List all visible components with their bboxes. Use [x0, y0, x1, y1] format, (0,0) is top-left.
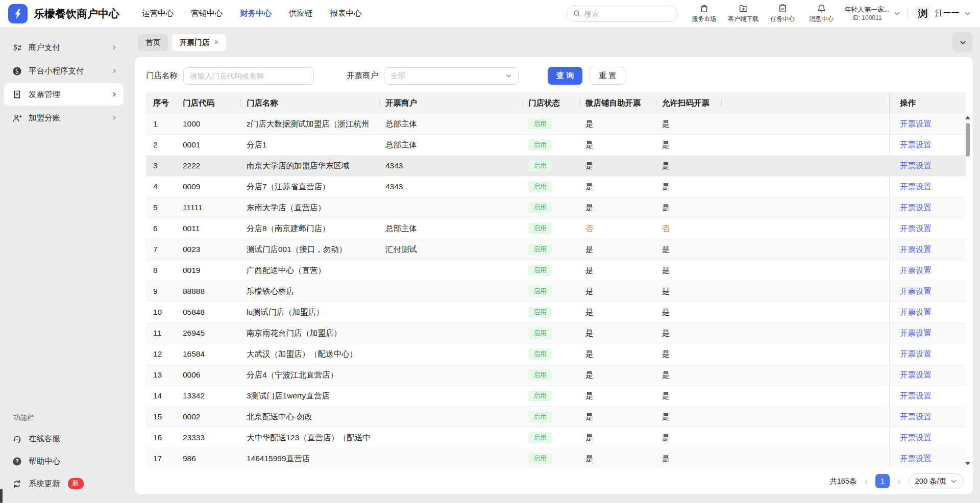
table-row[interactable]: 6 0011 分店8（南京建邺门店） 总部主体 启用 否 否 开票设置 — [146, 218, 966, 239]
message-center-link[interactable]: 消息中心 — [806, 4, 836, 23]
status-badge: 启用 — [528, 307, 552, 318]
cell-store-code: 0023 — [177, 239, 240, 260]
cell-wechat-self-invoice: 是 — [579, 177, 656, 197]
store-name-input[interactable] — [183, 67, 314, 85]
cell-index: 15 — [146, 407, 177, 427]
cell-invoice-merchant — [379, 386, 522, 406]
invoice-settings-link[interactable]: 开票设置 — [900, 412, 932, 422]
sidebar-item-invoice-management[interactable]: 发票管理 — [4, 83, 124, 106]
table-row[interactable]: 15 0002 北京配送中心-勿改 启用 是 是 开票设置 — [146, 407, 966, 427]
invoice-settings-link[interactable]: 开票设置 — [900, 328, 932, 339]
nav-supply-chain[interactable]: 供应链 — [289, 8, 313, 19]
nav-operations-center[interactable]: 运营中心 — [142, 8, 174, 19]
user-menu[interactable]: 浏 汪一一 — [915, 6, 971, 21]
invoice-settings-link[interactable]: 开票设置 — [900, 307, 932, 318]
invoice-merchant-select[interactable]: 全部 — [384, 67, 519, 85]
table-row[interactable]: 16 23333 大中华配送123（直营店）（配送中 启用 是 是 开票设 — [146, 427, 966, 448]
tab-invoice-stores[interactable]: 开票门店 × — [172, 34, 226, 51]
collapse-tabs-button[interactable] — [952, 32, 973, 53]
table-row[interactable]: 8 0019 广西配送中心（直营） 启用 是 是 开票设置 — [146, 260, 966, 281]
invoice-settings-link[interactable]: 开票设置 — [900, 433, 932, 443]
sidebar-item-franchise-ledger[interactable]: 加盟分账 — [4, 107, 124, 129]
task-center-link[interactable]: 任务中心 — [768, 4, 797, 23]
table-row[interactable]: 4 0009 分店7（江苏省直营店） 4343 启用 是 是 开票设置 — [146, 177, 966, 197]
quick-link-label: 服务市场 — [692, 15, 716, 23]
table-row[interactable]: 12 16584 大武汉（加盟店）（配送中心） 启用 是 是 开票设置 — [146, 344, 966, 365]
invoice-settings-link[interactable]: 开票设置 — [900, 286, 932, 297]
tool-item-label: 系统更新 — [29, 479, 60, 489]
search-input[interactable] — [584, 10, 671, 18]
nav-report-center[interactable]: 报表中心 — [330, 8, 362, 19]
invoice-settings-link[interactable]: 开票设置 — [900, 161, 932, 171]
invoice-settings-link[interactable]: 开票设置 — [900, 119, 932, 130]
sidebar-item-miniapp-payment[interactable]: 平台小程序支付 — [4, 60, 124, 82]
table-scrollbar[interactable] — [964, 115, 971, 466]
table-row[interactable]: 1 1000 z门店大数据测试加盟店（浙江杭州 总部主体 启用 是 是 开票 — [146, 114, 966, 135]
scroll-up-icon[interactable] — [965, 116, 970, 119]
cell-store-name: lu测试门店（加盟店） — [240, 302, 379, 322]
cell-spacer — [721, 114, 889, 134]
currency-exchange-icon — [12, 43, 22, 53]
sidebar-item-merchant-payment[interactable]: 商户支付 — [4, 36, 124, 59]
global-search[interactable] — [567, 6, 678, 22]
cell-spacer — [721, 260, 889, 281]
invoice-settings-link[interactable]: 开票设置 — [900, 203, 932, 213]
status-badge: 启用 — [528, 202, 552, 213]
scroll-down-icon[interactable] — [965, 462, 970, 465]
cell-scan-invoice: 是 — [656, 323, 721, 343]
cell-scan-invoice: 是 — [656, 197, 721, 218]
sidebar-item-system-update[interactable]: 系统更新 新 — [4, 472, 124, 495]
table-row[interactable]: 7 0023 测试门店001（接口，勿动） 汇付测试 启用 是 是 开票设置 — [146, 239, 966, 260]
close-icon[interactable]: × — [214, 38, 218, 46]
cell-invoice-merchant: 总部主体 — [379, 218, 522, 239]
cell-invoice-merchant — [379, 344, 522, 364]
sidebar: 商户支付 平台小程序支付 发票管理 — [0, 28, 128, 503]
nav-marketing-center[interactable]: 营销中心 — [191, 8, 223, 19]
cell-store-code: 13342 — [177, 386, 240, 406]
question-circle-icon: ? — [12, 457, 22, 466]
invoice-settings-link[interactable]: 开票设置 — [900, 140, 932, 150]
table-row[interactable]: 2 0001 分店1 总部主体 启用 是 是 开票设置 — [146, 135, 966, 156]
invoice-settings-link[interactable]: 开票设置 — [900, 454, 932, 464]
prev-page-button[interactable]: ‹ — [863, 476, 869, 486]
merchant-switcher[interactable]: 年轻人第一家... ID: 100011 — [844, 5, 900, 22]
invoice-settings-link[interactable]: 开票设置 — [900, 223, 932, 234]
reset-button[interactable]: 重 置 — [590, 67, 625, 85]
invoice-settings-link[interactable]: 开票设置 — [900, 370, 932, 381]
cell-index: 6 — [146, 218, 177, 239]
column-header: 开票商户 — [379, 92, 522, 114]
cell-spacer — [721, 448, 889, 468]
sidebar-scrollbar-thumb[interactable] — [0, 489, 3, 503]
cell-invoice-merchant: 4343 — [379, 156, 522, 176]
sidebar-item-help-center[interactable]: ? 帮助中心 — [4, 450, 124, 472]
cell-store-name: 分店1 — [240, 135, 379, 155]
next-page-button[interactable]: › — [896, 476, 902, 486]
table-row[interactable]: 14 13342 3测试门店1werty直营店 启用 是 是 开票设置 — [146, 386, 966, 407]
table-row[interactable]: 17 986 146415999直营店 启用 是 是 开票设置 — [146, 448, 966, 468]
scrollbar-thumb[interactable] — [966, 123, 970, 157]
cell-scan-invoice: 是 — [656, 260, 721, 281]
column-header: 门店代码 — [177, 92, 240, 114]
invoice-settings-link[interactable]: 开票设置 — [900, 244, 932, 255]
search-icon — [573, 10, 581, 17]
table-row[interactable]: 9 88888 乐檬铁心桥店 启用 是 是 开票设置 — [146, 281, 966, 302]
page-size-select[interactable]: 200 条/页 — [909, 473, 964, 489]
nav-finance-center[interactable]: 财务中心 — [240, 8, 272, 19]
invoice-settings-link[interactable]: 开票设置 — [900, 182, 932, 192]
table-row[interactable]: 13 0006 分店4（宁波江北直营店） 启用 是 是 开票设置 — [146, 365, 966, 386]
invoice-settings-link[interactable]: 开票设置 — [900, 391, 932, 401]
quick-link-label: 任务中心 — [770, 15, 795, 23]
sidebar-item-online-service[interactable]: 在线客服 — [4, 427, 124, 450]
service-market-link[interactable]: 服务市场 — [689, 4, 719, 23]
tab-home[interactable]: 首页 — [138, 34, 168, 51]
page-number-button[interactable]: 1 — [875, 474, 890, 488]
query-button[interactable]: 查 询 — [548, 67, 582, 85]
table-row[interactable]: 3 2222 南京大学店的加盟店华东区域 4343 启用 是 是 开票设置 — [146, 156, 966, 177]
table-row[interactable]: 5 11111 东南大学店（直营店） 启用 是 是 开票设置 — [146, 197, 966, 218]
invoice-settings-link[interactable]: 开票设置 — [900, 349, 932, 360]
client-download-link[interactable]: 客户端下载 — [728, 4, 758, 23]
invoice-settings-link[interactable]: 开票设置 — [900, 265, 932, 276]
table-row[interactable]: 11 26945 南京雨花台门店（加盟店） 启用 是 是 开票设置 — [146, 323, 966, 344]
chevron-down-icon — [959, 39, 967, 46]
table-row[interactable]: 10 05848 lu测试门店（加盟店） 启用 是 是 开票设置 — [146, 302, 966, 323]
